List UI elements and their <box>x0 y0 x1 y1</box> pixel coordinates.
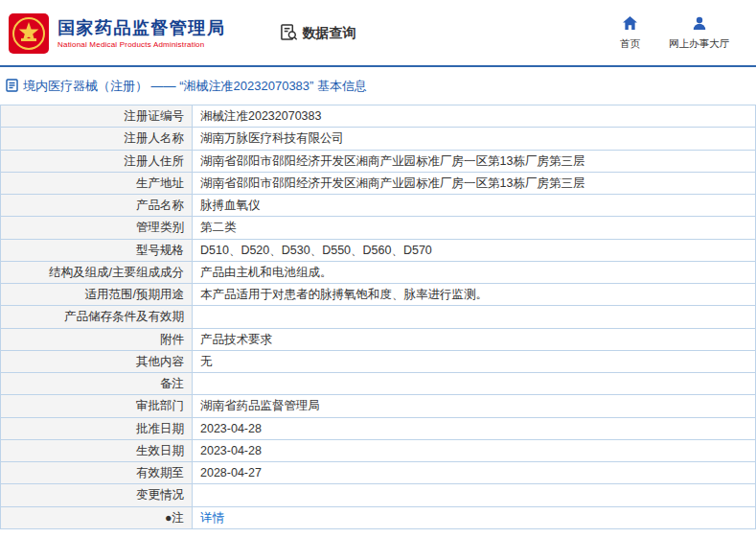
registration-info-table: 注册证编号湘械注准20232070383注册人名称湖南万脉医疗科技有限公司注册人… <box>0 105 756 529</box>
field-value: 第二类 <box>193 217 756 239</box>
field-label: 适用范围/预期用途 <box>1 284 193 306</box>
table-row: 型号规格D510、D520、D530、D550、D560、D570 <box>1 239 756 261</box>
field-label: 备注 <box>1 373 193 395</box>
nav-home-label: 首页 <box>620 37 640 51</box>
field-value: 2023-04-28 <box>193 417 756 439</box>
field-value <box>193 484 756 506</box>
table-row: 注册人名称湖南万脉医疗科技有限公司 <box>1 128 756 150</box>
table-row: 产品名称脉搏血氧仪 <box>1 195 756 217</box>
breadcrumb-text: 境内医疗器械（注册） —— “湘械注准20232070383” 基本信息 <box>23 78 367 95</box>
document-magnifier-icon <box>280 23 298 44</box>
table-row: 结构及组成/主要组成成分产品由主机和电池组成。 <box>1 261 756 283</box>
nav-query-label: 数据查询 <box>303 25 356 42</box>
table-row: 审批部门湖南省药品监督管理局 <box>1 395 756 417</box>
field-value: 脉搏血氧仪 <box>193 195 756 217</box>
field-label: 其他内容 <box>1 350 193 372</box>
field-value: 2028-04-27 <box>193 462 756 484</box>
field-value: 湖南省邵阳市邵阳经济开发区湘商产业园标准厂房一区第13栋厂房第三层 <box>193 150 756 172</box>
nav-data-query[interactable]: 数据查询 <box>280 23 356 44</box>
field-label: 生效日期 <box>1 439 193 461</box>
field-label: 注册人住所 <box>1 150 193 172</box>
nav-home[interactable]: 首页 <box>620 16 640 51</box>
table-row: 注册证编号湘械注准20232070383 <box>1 105 756 128</box>
nav-hall-label: 网上办事大厅 <box>669 37 729 51</box>
field-label: 注册证编号 <box>1 105 193 128</box>
table-row: 有效期至2028-04-27 <box>1 462 756 484</box>
brand-block: 国家药品监督管理局 National Medical Products Admi… <box>57 18 226 50</box>
field-value: 产品技术要求 <box>193 328 756 350</box>
field-value: 2023-04-28 <box>193 439 756 461</box>
field-label: 注册人名称 <box>1 128 193 150</box>
page-header: 国家药品监督管理局 National Medical Products Admi… <box>0 0 756 65</box>
field-label: 结构及组成/主要组成成分 <box>1 261 193 283</box>
field-value: D510、D520、D530、D550、D560、D570 <box>193 239 756 261</box>
field-label: 批准日期 <box>1 417 193 439</box>
nav-service-hall[interactable]: 网上办事大厅 <box>669 16 729 51</box>
field-label: 生产地址 <box>1 172 193 194</box>
org-name-en: National Medical Products Administration <box>57 40 226 49</box>
header-right-nav: 首页 网上办事大厅 <box>620 16 739 51</box>
field-value <box>193 373 756 395</box>
field-label: 附件 <box>1 328 193 350</box>
field-value: 产品由主机和电池组成。 <box>193 261 756 283</box>
table-row: 生效日期2023-04-28 <box>1 439 756 461</box>
info-table-body: 注册证编号湘械注准20232070383注册人名称湖南万脉医疗科技有限公司注册人… <box>1 105 756 529</box>
field-value: 本产品适用于对患者的脉搏氧饱和度、脉率进行监测。 <box>193 284 756 306</box>
table-row: 批准日期2023-04-28 <box>1 417 756 439</box>
table-row: 产品储存条件及有效期 <box>1 306 756 328</box>
table-row: 变更情况 <box>1 484 756 506</box>
table-row: ●注详情 <box>1 506 756 528</box>
breadcrumb: 境内医疗器械（注册） —— “湘械注准20232070383” 基本信息 <box>0 67 756 105</box>
field-value <box>193 306 756 328</box>
field-value: 湖南省药品监督管理局 <box>193 395 756 417</box>
table-row: 生产地址湖南省邵阳市邵阳经济开发区湘商产业园标准厂房一区第13栋厂房第三层 <box>1 172 756 194</box>
field-value: 湖南万脉医疗科技有限公司 <box>193 128 756 150</box>
field-label: 产品名称 <box>1 195 193 217</box>
field-label: 审批部门 <box>1 395 193 417</box>
field-label: 管理类别 <box>1 217 193 239</box>
field-label: 产品储存条件及有效期 <box>1 306 193 328</box>
field-label: ●注 <box>1 506 193 528</box>
national-emblem-icon <box>8 12 50 55</box>
home-icon <box>623 16 637 34</box>
document-icon <box>6 79 18 95</box>
table-row: 附件产品技术要求 <box>1 328 756 350</box>
field-value: 湘械注准20232070383 <box>193 105 756 128</box>
field-label: 型号规格 <box>1 239 193 261</box>
field-value: 无 <box>193 350 756 372</box>
table-row: 适用范围/预期用途本产品适用于对患者的脉搏氧饱和度、脉率进行监测。 <box>1 284 756 306</box>
table-row: 注册人住所湖南省邵阳市邵阳经济开发区湘商产业园标准厂房一区第13栋厂房第三层 <box>1 150 756 172</box>
field-value: 湖南省邵阳市邵阳经济开发区湘商产业园标准厂房一区第13栋厂房第三层 <box>193 172 756 194</box>
detail-link[interactable]: 详情 <box>200 511 224 525</box>
person-icon <box>693 16 706 34</box>
field-value: 详情 <box>193 506 756 528</box>
table-row: 管理类别第二类 <box>1 217 756 239</box>
table-row: 其他内容无 <box>1 350 756 372</box>
org-name-cn: 国家药品监督管理局 <box>57 18 226 38</box>
field-label: 变更情况 <box>1 484 193 506</box>
table-row: 备注 <box>1 373 756 395</box>
field-label: 有效期至 <box>1 462 193 484</box>
